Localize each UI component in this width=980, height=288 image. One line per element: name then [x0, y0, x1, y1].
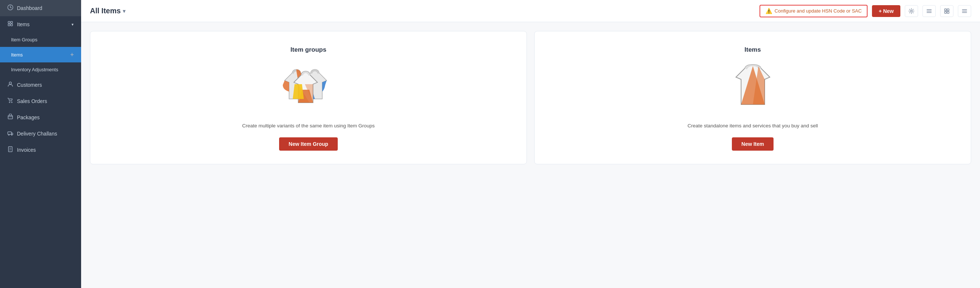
invoices-icon	[7, 146, 13, 154]
items-label: Items	[11, 52, 67, 58]
sales-orders-label: Sales Orders	[17, 98, 74, 104]
new-button-label: + New	[878, 8, 894, 14]
svg-point-5	[9, 82, 11, 84]
settings-button[interactable]	[905, 5, 918, 17]
grid-icon	[944, 8, 950, 14]
items-card-desc: Create standalone items and services tha…	[687, 123, 818, 128]
new-button[interactable]: + New	[872, 5, 900, 17]
items-card: Items Create standalone items and servic…	[534, 31, 971, 164]
items-parent-label: Items	[17, 21, 68, 27]
svg-point-7	[11, 102, 12, 102]
new-item-group-button[interactable]: New Item Group	[279, 138, 338, 150]
item-groups-card: Item groups	[90, 31, 527, 164]
gear-icon	[908, 8, 914, 14]
list-view-button[interactable]	[923, 5, 936, 17]
hsn-alert-text: Configure and update HSN Code or SAC	[775, 8, 862, 14]
item-groups-card-title: Item groups	[291, 46, 326, 54]
item-groups-label: Item Groups	[11, 37, 74, 42]
sidebar-item-dashboard[interactable]: Dashboard	[0, 0, 81, 16]
svg-rect-15	[947, 9, 949, 11]
svg-rect-1	[8, 21, 10, 23]
content-area: Item groups	[81, 22, 980, 288]
svg-point-6	[9, 102, 10, 102]
dashboard-label: Dashboard	[17, 5, 74, 11]
inventory-adjustments-label: Inventory Adjustments	[11, 67, 74, 72]
svg-rect-9	[8, 132, 11, 134]
sidebar-item-items[interactable]: Items +	[0, 47, 81, 62]
list-icon	[926, 8, 932, 14]
sidebar: Dashboard Items ▾ Item Groups Items + In…	[0, 0, 81, 288]
svg-rect-2	[11, 21, 13, 23]
svg-rect-17	[947, 11, 949, 13]
customers-label: Customers	[17, 82, 74, 88]
sidebar-item-invoices[interactable]: Invoices	[0, 142, 81, 158]
main-area: All Items ▾ ⚠️ Configure and update HSN …	[81, 0, 980, 288]
items-card-title: Items	[745, 46, 760, 54]
new-item-button[interactable]: New Item	[732, 138, 773, 150]
item-groups-illustration	[279, 64, 338, 115]
packages-label: Packages	[17, 114, 74, 120]
svg-rect-14	[945, 9, 947, 11]
grid-view-button[interactable]	[940, 5, 953, 17]
items-parent-icon	[7, 21, 13, 28]
page-header: All Items ▾ ⚠️ Configure and update HSN …	[81, 0, 980, 22]
sidebar-item-item-groups[interactable]: Item Groups	[0, 32, 81, 47]
dashboard-icon	[7, 5, 13, 12]
hamburger-icon	[962, 8, 967, 14]
svg-rect-8	[8, 115, 13, 119]
sidebar-item-sales-orders[interactable]: Sales Orders	[0, 93, 81, 109]
invoices-label: Invoices	[17, 147, 74, 153]
chevron-down-icon: ▾	[72, 22, 74, 27]
items-illustration	[731, 64, 775, 115]
svg-rect-16	[945, 11, 947, 13]
delivery-challans-label: Delivery Challans	[17, 131, 74, 137]
sidebar-item-items-parent[interactable]: Items ▾	[0, 16, 81, 32]
item-groups-card-desc: Create multiple variants of the same ite…	[242, 123, 375, 128]
packages-icon	[7, 114, 13, 121]
title-chevron-icon[interactable]: ▾	[123, 8, 126, 14]
sidebar-item-packages[interactable]: Packages	[0, 109, 81, 126]
sidebar-item-customers[interactable]: Customers	[0, 77, 81, 93]
warning-icon: ⚠️	[765, 8, 772, 14]
sidebar-item-inventory-adjustments[interactable]: Inventory Adjustments	[0, 62, 81, 77]
svg-point-13	[911, 10, 913, 12]
sidebar-item-delivery-challans[interactable]: Delivery Challans	[0, 126, 81, 142]
svg-rect-4	[11, 24, 13, 26]
hsn-alert-banner[interactable]: ⚠️ Configure and update HSN Code or SAC	[759, 5, 867, 18]
customers-icon	[7, 81, 13, 89]
add-item-icon[interactable]: +	[70, 51, 74, 58]
page-title-text: All Items	[90, 6, 121, 15]
svg-point-10	[8, 134, 9, 135]
svg-point-11	[11, 134, 12, 135]
sales-orders-icon	[7, 98, 13, 105]
svg-rect-3	[8, 24, 10, 26]
more-options-button[interactable]	[958, 5, 971, 17]
delivery-challans-icon	[7, 130, 13, 138]
page-title: All Items ▾	[90, 6, 126, 15]
